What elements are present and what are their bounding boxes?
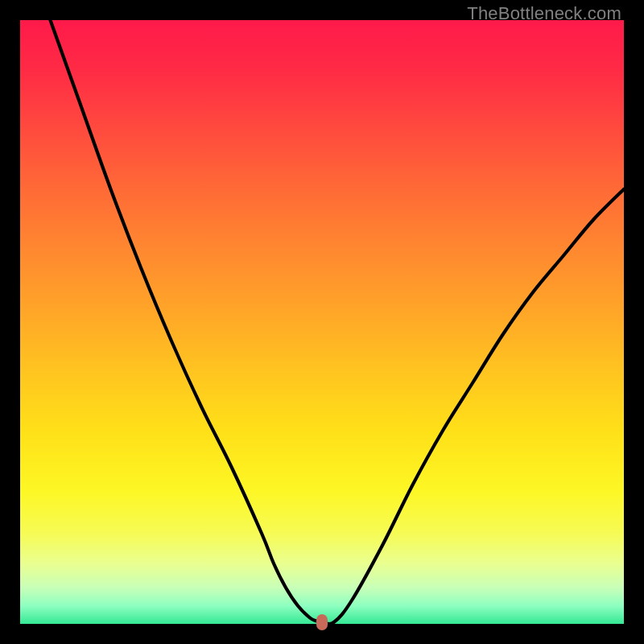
plot-area (20, 20, 624, 624)
bottleneck-curve-line (51, 20, 625, 624)
bottleneck-chart: TheBottleneck.com (0, 0, 644, 644)
optimal-point-marker (316, 614, 328, 630)
curve-svg (20, 20, 624, 624)
